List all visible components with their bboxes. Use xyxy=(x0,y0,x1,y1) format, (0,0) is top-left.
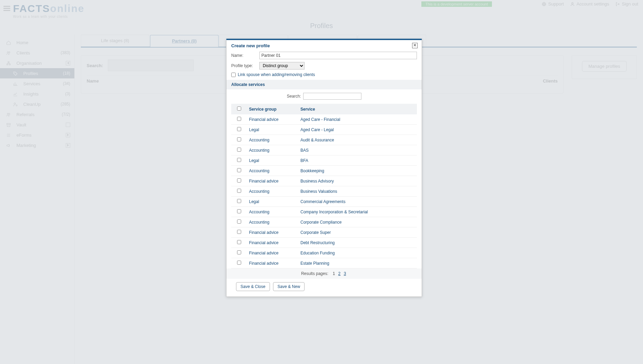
service-checkbox[interactable] xyxy=(237,148,241,152)
service-checkbox[interactable] xyxy=(237,250,241,254)
name-label: Name: xyxy=(231,53,259,58)
service-group[interactable]: Legal xyxy=(247,197,298,207)
page-1[interactable]: 1 xyxy=(333,271,335,276)
service-name[interactable]: BFA xyxy=(298,155,417,166)
service-checkbox[interactable] xyxy=(237,199,241,203)
service-name[interactable]: Corporate Compliance xyxy=(298,217,417,227)
service-row: LegalBFA xyxy=(231,155,417,166)
service-checkbox[interactable] xyxy=(237,189,241,193)
service-row: AccountingCorporate Compliance xyxy=(231,217,417,227)
service-checkbox[interactable] xyxy=(237,209,241,213)
service-checkbox[interactable] xyxy=(237,219,241,224)
column-service[interactable]: Service xyxy=(298,104,417,114)
service-group[interactable]: Financial advice xyxy=(247,258,298,268)
service-row: AccountingAudit & Assurance xyxy=(231,135,417,145)
service-name[interactable]: Corporate Super xyxy=(298,227,417,238)
service-group[interactable]: Accounting xyxy=(247,135,298,145)
create-profile-dialog: Create new profile ✕ Name: Profile type:… xyxy=(226,39,422,297)
service-row: Financial adviceAged Care - Financial xyxy=(231,114,417,125)
allocate-services-header: Allocate services xyxy=(226,80,422,89)
services-table: Service group Service Financial adviceAg… xyxy=(231,104,417,268)
close-icon[interactable]: ✕ xyxy=(412,43,418,48)
service-name[interactable]: Bookkeeping xyxy=(298,166,417,176)
service-checkbox[interactable] xyxy=(237,127,241,131)
service-group[interactable]: Financial advice xyxy=(247,227,298,238)
link-spouse-label: Link spouse when adding/removing clients xyxy=(238,72,315,77)
link-spouse-checkbox[interactable] xyxy=(231,73,236,77)
service-row: Financial adviceBusiness Advisory xyxy=(231,176,417,186)
service-checkbox[interactable] xyxy=(237,117,241,121)
service-checkbox[interactable] xyxy=(237,261,241,265)
service-name[interactable]: Audit & Assurance xyxy=(298,135,417,145)
save-new-button[interactable]: Save & New xyxy=(273,282,305,291)
service-name[interactable]: Aged Care - Legal xyxy=(298,125,417,135)
service-checkbox[interactable] xyxy=(237,137,241,141)
page-2[interactable]: 2 xyxy=(338,271,341,276)
service-checkbox[interactable] xyxy=(237,168,241,172)
service-row: AccountingBookkeeping xyxy=(231,166,417,176)
service-row: LegalCommercial Agreements xyxy=(231,197,417,207)
service-group[interactable]: Accounting xyxy=(247,186,298,197)
results-pager: Results pages: 1 2 3 xyxy=(226,268,422,279)
service-row: AccountingBAS xyxy=(231,145,417,155)
service-name[interactable]: Business Valuations xyxy=(298,186,417,197)
service-group[interactable]: Financial advice xyxy=(247,176,298,186)
service-group[interactable]: Accounting xyxy=(247,166,298,176)
service-name[interactable]: BAS xyxy=(298,145,417,155)
service-checkbox[interactable] xyxy=(237,230,241,234)
service-group[interactable]: Accounting xyxy=(247,145,298,155)
profile-type-select[interactable]: Distinct group xyxy=(259,62,305,70)
pager-label: Results pages: xyxy=(301,271,328,276)
service-checkbox[interactable] xyxy=(237,240,241,244)
service-name[interactable]: Debt Restructuring xyxy=(298,238,417,248)
dialog-title: Create new profile xyxy=(231,43,270,48)
service-row: Financial adviceEstate Planning xyxy=(231,258,417,268)
service-row: Financial adviceEducation Funding xyxy=(231,248,417,258)
service-name[interactable]: Education Funding xyxy=(298,248,417,258)
service-row: Financial adviceDebt Restructuring xyxy=(231,238,417,248)
services-search-label: Search: xyxy=(287,94,301,99)
service-name[interactable]: Commercial Agreements xyxy=(298,197,417,207)
service-group[interactable]: Financial advice xyxy=(247,114,298,125)
service-row: Financial adviceCorporate Super xyxy=(231,227,417,238)
service-name[interactable]: Company Incorporation & Secretarial xyxy=(298,207,417,217)
service-name[interactable]: Aged Care - Financial xyxy=(298,114,417,125)
service-name[interactable]: Estate Planning xyxy=(298,258,417,268)
service-group[interactable]: Financial advice xyxy=(247,248,298,258)
service-group[interactable]: Accounting xyxy=(247,217,298,227)
column-service-group[interactable]: Service group xyxy=(247,104,298,114)
service-row: LegalAged Care - Legal xyxy=(231,125,417,135)
profile-type-label: Profile type: xyxy=(231,63,259,68)
services-search-input[interactable] xyxy=(303,93,361,100)
select-all-checkbox[interactable] xyxy=(237,106,241,111)
service-row: AccountingCompany Incorporation & Secret… xyxy=(231,207,417,217)
service-checkbox[interactable] xyxy=(237,158,241,162)
service-group[interactable]: Accounting xyxy=(247,207,298,217)
save-close-button[interactable]: Save & Close xyxy=(236,282,270,291)
service-checkbox[interactable] xyxy=(237,178,241,183)
service-group[interactable]: Legal xyxy=(247,155,298,166)
service-name[interactable]: Business Advisory xyxy=(298,176,417,186)
service-group[interactable]: Financial advice xyxy=(247,238,298,248)
page-3[interactable]: 3 xyxy=(344,271,346,276)
service-row: AccountingBusiness Valuations xyxy=(231,186,417,197)
name-input[interactable] xyxy=(259,52,417,59)
service-group[interactable]: Legal xyxy=(247,125,298,135)
